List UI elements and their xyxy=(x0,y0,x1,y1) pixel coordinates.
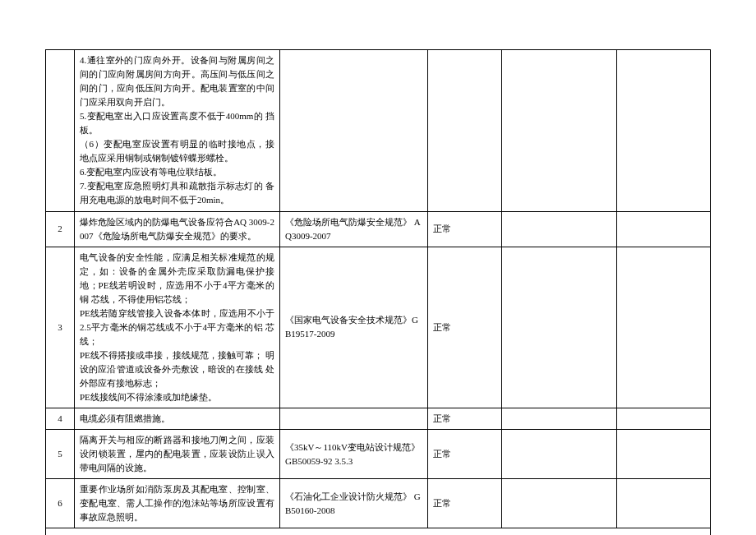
cell-num: 4 xyxy=(46,408,75,430)
cell-extra2 xyxy=(617,50,711,212)
section-footer-row: 三、现场安全 xyxy=(46,528,711,535)
cell-status xyxy=(428,50,502,212)
cell-ref: 《危险场所电气防爆安全规范》 AQ3009-2007 xyxy=(280,211,428,247)
cell-num: 3 xyxy=(46,247,75,408)
cell-extra2 xyxy=(617,479,711,528)
cell-desc: 4.通往室外的门应向外开。设备间与附属房间之间的门应向附属房间方向开。高压间与低… xyxy=(75,50,280,212)
cell-desc: 电缆必须有阻燃措施。 xyxy=(75,408,280,430)
table-row: 6 重要作业场所如消防泵房及其配电室、控制室、变配电室、需人工操作的泡沫站等场所… xyxy=(46,479,711,528)
cell-extra2 xyxy=(617,430,711,479)
cell-extra2 xyxy=(617,211,711,247)
table-row: 4.通往室外的门应向外开。设备间与附属房间之间的门应向附属房间方向开。高压间与低… xyxy=(46,50,711,212)
table-row: 4 电缆必须有阻燃措施。 正常 xyxy=(46,408,711,430)
cell-desc: 隔离开关与相应的断路器和接地刀闸之间，应装设闭锁装置，屋内的配电装置，应装设防止… xyxy=(75,430,280,479)
cell-desc: 电气设备的安全性能，应满足相关标准规范的规定，如：设备的金属外壳应采取防漏电保护… xyxy=(75,247,280,408)
cell-ref xyxy=(280,408,428,430)
cell-num: 2 xyxy=(46,211,75,247)
table-row: 5 隔离开关与相应的断路器和接地刀闸之间，应装设闭锁装置，屋内的配电装置，应装设… xyxy=(46,430,711,479)
cell-status: 正常 xyxy=(428,211,502,247)
cell-ref: 《35kV～110kV变电站设计规范》GB50059-92 3.5.3 xyxy=(280,430,428,479)
cell-extra2 xyxy=(617,408,711,430)
cell-num: 6 xyxy=(46,479,75,528)
cell-status: 正常 xyxy=(428,408,502,430)
cell-num xyxy=(46,50,75,212)
cell-num: 5 xyxy=(46,430,75,479)
table-row: 3 电气设备的安全性能，应满足相关标准规范的规定，如：设备的金属外壳应采取防漏电… xyxy=(46,247,711,408)
section-footer: 三、现场安全 xyxy=(46,528,711,535)
cell-status: 正常 xyxy=(428,247,502,408)
cell-extra2 xyxy=(617,247,711,408)
cell-extra1 xyxy=(502,50,617,212)
cell-extra1 xyxy=(502,479,617,528)
table-row: 2 爆炸危险区域内的防爆电气设备应符合AQ 3009-2007《危险场所电气防爆… xyxy=(46,211,711,247)
cell-extra1 xyxy=(502,408,617,430)
cell-ref: 《石油化工企业设计防火规范》 GB50160-2008 xyxy=(280,479,428,528)
cell-status: 正常 xyxy=(428,430,502,479)
cell-ref: 《国家电气设备安全技术规范》GB19517-2009 xyxy=(280,247,428,408)
cell-extra1 xyxy=(502,211,617,247)
cell-status: 正常 xyxy=(428,479,502,528)
cell-ref xyxy=(280,50,428,212)
cell-extra1 xyxy=(502,247,617,408)
cell-desc: 重要作业场所如消防泵房及其配电室、控制室、变配电室、需人工操作的泡沫站等场所应设… xyxy=(75,479,280,528)
cell-extra1 xyxy=(502,430,617,479)
inspection-table: 4.通往室外的门应向外开。设备间与附属房间之间的门应向附属房间方向开。高压间与低… xyxy=(45,49,711,535)
cell-desc: 爆炸危险区域内的防爆电气设备应符合AQ 3009-2007《危险场所电气防爆安全… xyxy=(75,211,280,247)
